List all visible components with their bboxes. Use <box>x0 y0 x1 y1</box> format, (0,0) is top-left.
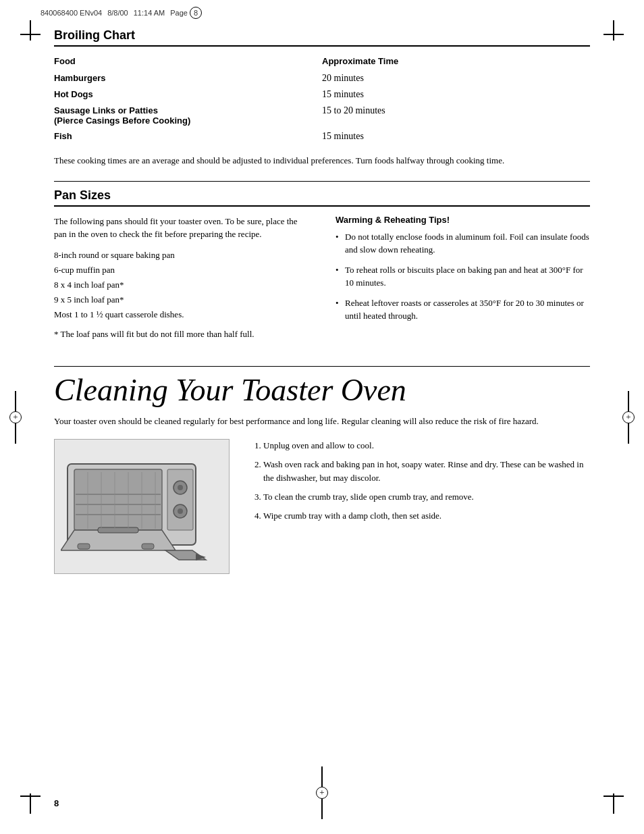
reg-mark-left: + <box>9 391 22 444</box>
table-row: Hot Dogs 15 minutes <box>54 86 590 103</box>
cleaning-steps: Unplug oven and allow to cool. Wash oven… <box>250 439 590 574</box>
crop-v-br <box>613 793 614 814</box>
list-item: Reheat leftover roasts or casseroles at … <box>336 296 590 323</box>
table-row: Fish 15 minutes <box>54 128 590 145</box>
list-item: To reheat rolls or biscuits place on bak… <box>336 263 590 290</box>
doc-date: 8/8/00 <box>107 9 128 17</box>
time-cell: 15 to 20 minutes <box>322 103 590 128</box>
pansizes-footnote: * The loaf pans will fit but do not fill… <box>54 328 308 341</box>
col-food: Food <box>54 55 322 70</box>
crop-v-bl <box>30 793 31 814</box>
toaster-oven-image <box>54 439 230 574</box>
reg-mark-bottom: + <box>316 766 328 819</box>
svg-rect-13 <box>167 469 193 530</box>
pansizes-right: Warming & Reheating Tips! Do not totally… <box>336 215 590 348</box>
list-item: 8 x 4 inch loaf pan* <box>54 278 308 292</box>
doc-page: Page 8 <box>170 7 202 19</box>
divider-pansizes <box>54 181 590 182</box>
cleaning-intro: Your toaster oven should be cleaned regu… <box>54 415 590 428</box>
list-item: Wipe crumb tray with a damp cloth, then … <box>263 509 590 523</box>
broiling-note: These cooking times are an average and s… <box>54 154 590 167</box>
svg-rect-19 <box>142 544 154 549</box>
pansizes-body: The following pans should fit your toast… <box>54 215 590 348</box>
page: + + 840068400 ENv04 8/8/00 11:14 AM Page… <box>0 0 644 834</box>
svg-rect-1 <box>74 469 162 530</box>
crop-v-tl <box>30 20 31 41</box>
cleaning-body: Unplug oven and allow to cool. Wash oven… <box>54 439 590 574</box>
food-cell: Fish <box>54 128 322 145</box>
broiling-table: Food Approximate Time Hamburgers 20 minu… <box>54 55 590 145</box>
svg-point-17 <box>178 509 183 514</box>
list-item: Unplug oven and allow to cool. <box>263 439 590 452</box>
list-item: Wash oven rack and baking pan in hot, so… <box>263 458 590 485</box>
pansizes-left: The following pans should fit your toast… <box>54 215 308 348</box>
food-cell: Hamburgers <box>54 70 322 86</box>
section-broiling: Broiling Chart Food Approximate Time Ham… <box>54 28 590 167</box>
food-cell: Sausage Links or Patties(Pierce Casings … <box>54 103 322 128</box>
section-cleaning: Cleaning Your Toaster Oven Your toaster … <box>54 366 590 573</box>
list-item: 8-inch round or square baking pan <box>54 248 308 263</box>
reg-mark-right: + <box>622 391 635 444</box>
doc-code: 840068400 ENv04 <box>41 9 102 17</box>
food-cell: Hot Dogs <box>54 86 322 103</box>
pansizes-title: Pan Sizes <box>54 188 590 207</box>
time-cell: 15 minutes <box>322 86 590 103</box>
col-time: Approximate Time <box>322 55 590 70</box>
list-item: To clean the crumb tray, slide open crum… <box>263 490 590 504</box>
main-content: Broiling Chart Food Approximate Time Ham… <box>0 28 644 574</box>
svg-rect-18 <box>78 544 90 549</box>
svg-rect-3 <box>98 527 138 533</box>
crop-v-tr <box>613 20 614 41</box>
list-item: Most 1 to 1 ½ quart casserole dishes. <box>54 307 308 322</box>
warming-title: Warming & Reheating Tips! <box>336 215 590 225</box>
list-item: 9 x 5 inch loaf pan* <box>54 292 308 307</box>
bullet-list: Do not totally enclose foods in aluminum… <box>336 230 590 323</box>
doc-time: 11:14 AM <box>134 9 165 17</box>
pansizes-list: 8-inch round or square baking pan 6-cup … <box>54 248 308 322</box>
section-pansizes: Pan Sizes The following pans should fit … <box>54 181 590 348</box>
page-number: 8 <box>54 798 59 808</box>
table-row: Hamburgers 20 minutes <box>54 70 590 86</box>
time-cell: 20 minutes <box>322 70 590 86</box>
svg-point-15 <box>178 485 183 490</box>
broiling-title: Broiling Chart <box>54 28 590 47</box>
header-strip: 840068400 ENv04 8/8/00 11:14 AM Page 8 <box>0 0 644 22</box>
toaster-oven-svg <box>61 444 223 569</box>
cleaning-title: Cleaning Your Toaster Oven <box>54 373 590 408</box>
pansizes-intro: The following pans should fit your toast… <box>54 215 308 241</box>
table-row: Sausage Links or Patties(Pierce Casings … <box>54 103 590 128</box>
list-item: 6-cup muffin pan <box>54 263 308 278</box>
time-cell: 15 minutes <box>322 128 590 145</box>
list-item: Do not totally enclose foods in aluminum… <box>336 230 590 257</box>
